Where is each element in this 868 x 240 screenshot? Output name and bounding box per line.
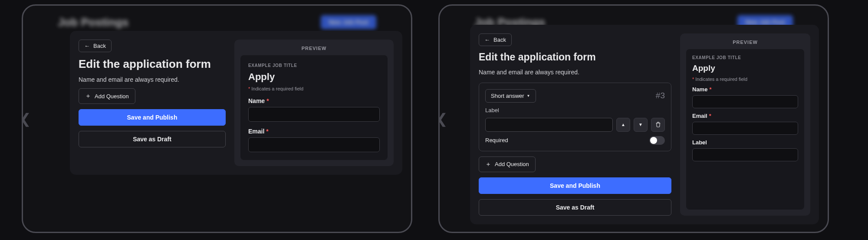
field-label: Email* <box>692 113 798 119</box>
back-label: Back <box>93 43 106 49</box>
preview-panel: PREVIEW EXAMPLE JOB TITLE Apply *Indicat… <box>234 40 394 166</box>
required-note: *Indicates a required field <box>248 86 380 91</box>
chevron-down-icon: ▼ <box>527 94 530 98</box>
required-note: *Indicates a required field <box>692 77 798 82</box>
preview-field-email: Email* <box>692 113 798 135</box>
field-label: Name* <box>692 86 798 93</box>
save-draft-button[interactable]: Save as Draft <box>479 199 671 216</box>
back-button[interactable]: ← Back <box>79 40 112 52</box>
field-input-email[interactable] <box>692 122 798 135</box>
editor-modal: ← Back Edit the application form Name an… <box>70 31 402 175</box>
preview-field-name: Name* <box>692 86 798 108</box>
trash-icon <box>655 122 661 127</box>
device-frame-b: Job Postings New Job Post ❮ ← Back Edit … <box>438 4 829 233</box>
field-input-name[interactable] <box>692 95 798 108</box>
preview-eyebrow: EXAMPLE JOB TITLE <box>248 63 380 68</box>
preview-field-name: Name* <box>248 97 380 122</box>
editor-panel: ← Back Edit the application form Name an… <box>479 33 671 216</box>
save-publish-button[interactable]: Save and Publish <box>79 109 226 126</box>
field-label: Email* <box>248 128 380 135</box>
device-notch: ❮ <box>438 110 446 128</box>
editor-modal: ← Back Edit the application form Name an… <box>470 25 819 224</box>
label-caption: Label <box>485 107 665 113</box>
field-label: Label <box>692 139 798 146</box>
delete-button[interactable] <box>651 118 665 132</box>
question-number: #3 <box>656 91 665 100</box>
required-row: Required <box>485 136 665 145</box>
editor-subtitle: Name and email are always required. <box>479 69 671 76</box>
plus-icon: ＋ <box>85 92 91 100</box>
preview-form: EXAMPLE JOB TITLE Apply *Indicates a req… <box>686 49 804 210</box>
editor-title: Edit the application form <box>479 51 671 63</box>
back-label: Back <box>493 37 506 43</box>
preview-field-email: Email* <box>248 128 380 152</box>
preview-form: EXAMPLE JOB TITLE Apply *Indicates a req… <box>240 55 388 160</box>
editor-title: Edit the application form <box>79 57 226 71</box>
add-question-button[interactable]: ＋ Add Question <box>479 157 536 172</box>
field-input-custom[interactable] <box>692 148 798 161</box>
device-notch: ❮ <box>22 110 29 128</box>
plus-icon: ＋ <box>485 160 491 168</box>
field-input-email[interactable] <box>248 137 380 152</box>
field-label: Name* <box>248 97 380 104</box>
move-down-button[interactable]: ▼ <box>634 118 648 132</box>
required-caption: Required <box>485 137 508 143</box>
add-question-button[interactable]: ＋ Add Question <box>79 88 135 104</box>
arrow-left-icon: ← <box>484 37 490 43</box>
page-title: Job Postings <box>58 16 128 29</box>
preview-heading: PREVIEW <box>686 40 804 45</box>
preview-heading: PREVIEW <box>240 46 388 51</box>
save-publish-button[interactable]: Save and Publish <box>479 177 671 194</box>
required-toggle[interactable] <box>649 136 665 145</box>
add-question-label: Add Question <box>95 93 129 100</box>
add-question-label: Add Question <box>495 161 529 167</box>
save-draft-button[interactable]: Save as Draft <box>79 131 226 147</box>
question-type-select[interactable]: Short answer ▼ <box>485 89 536 103</box>
preview-panel: PREVIEW EXAMPLE JOB TITLE Apply *Indicat… <box>680 33 810 216</box>
question-header-row: Short answer ▼ #3 <box>485 89 665 103</box>
question-label-input[interactable] <box>485 118 613 132</box>
question-card: Short answer ▼ #3 Label ▲ ▼ Required <box>479 83 671 151</box>
preview-form-title: Apply <box>692 63 798 73</box>
chevron-up-icon: ▲ <box>621 122 625 127</box>
preview-field-custom: Label <box>692 139 798 161</box>
field-input-name[interactable] <box>248 107 380 122</box>
label-row: ▲ ▼ <box>485 118 665 132</box>
arrow-left-icon: ← <box>84 43 90 49</box>
editor-panel: ← Back Edit the application form Name an… <box>79 40 226 166</box>
back-button[interactable]: ← Back <box>479 33 512 46</box>
preview-form-title: Apply <box>248 71 380 83</box>
editor-subtitle: Name and email are always required. <box>79 76 226 83</box>
chevron-down-icon: ▼ <box>638 122 643 127</box>
move-up-button[interactable]: ▲ <box>616 118 630 132</box>
device-frame-a: Job Postings New Job Post ❮ ← Back Edit … <box>22 4 412 233</box>
new-job-post-button[interactable]: New Job Post <box>321 15 376 29</box>
preview-eyebrow: EXAMPLE JOB TITLE <box>692 55 798 60</box>
